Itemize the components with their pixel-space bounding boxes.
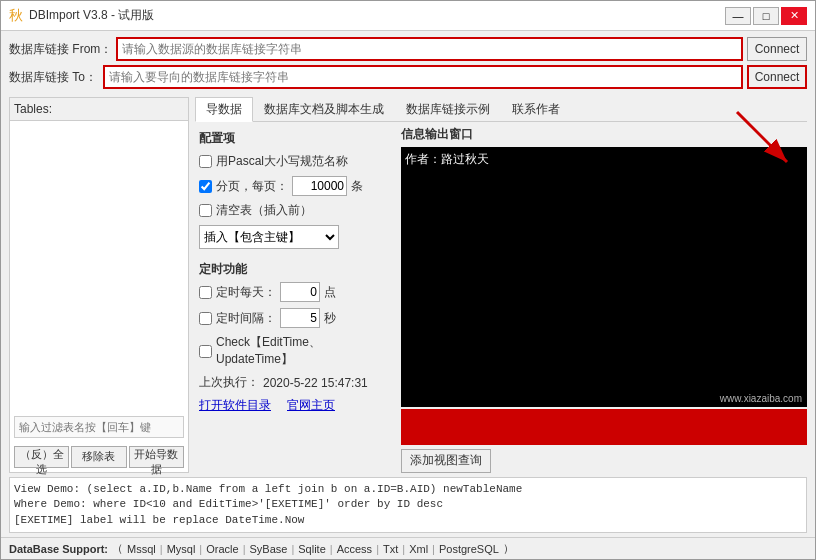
status-sep-5: |: [291, 543, 294, 555]
db-from-label: 数据库链接 From：: [9, 41, 112, 58]
paginate-input[interactable]: [292, 176, 347, 196]
tab-example[interactable]: 数据库链接示例: [395, 97, 501, 121]
table-actions: （反）全选 移除表 开始导数据: [10, 442, 188, 472]
sql-demo-box: View Demo: (select a.ID,b.Name from a le…: [9, 477, 807, 533]
svg-line-1: [737, 112, 787, 162]
connect-from-button[interactable]: Connect: [747, 37, 807, 61]
config-panel: 配置项 用Pascal大小写规范名称 分页，每页： 条: [195, 126, 395, 473]
last-exec-row: 上次执行： 2020-5-22 15:47:31: [199, 374, 391, 391]
db-from-row: 数据库链接 From： Connect: [9, 37, 807, 61]
maximize-button[interactable]: □: [753, 7, 779, 25]
bottom-section: View Demo: (select a.ID,b.Name from a le…: [9, 477, 807, 533]
clear-checkbox[interactable]: [199, 204, 212, 217]
status-access: Access: [337, 543, 372, 555]
sql-line-2: Where Demo: where ID<10 and EditTime>'[E…: [14, 497, 802, 512]
last-exec-label: 上次执行：: [199, 374, 259, 391]
db-from-input[interactable]: [116, 37, 743, 61]
app-icon: 秋: [9, 7, 23, 25]
main-panel: Tables: （反）全选 移除表 开始导数据 导数据 数据库文档及脚本生成 数…: [9, 97, 807, 473]
interval-row: 定时间隔： 秒: [199, 308, 391, 328]
tab-doc[interactable]: 数据库文档及脚本生成: [253, 97, 395, 121]
status-sybase: SyBase: [249, 543, 287, 555]
status-txt: Txt: [383, 543, 398, 555]
open-dir-link[interactable]: 打开软件目录: [199, 397, 271, 414]
sql-line-3: [EXETIME] label will be replace DateTime…: [14, 513, 802, 528]
status-sep-4: |: [243, 543, 246, 555]
status-sep-10: ）: [503, 541, 514, 556]
config-title: 配置项: [199, 130, 391, 147]
paginate-unit: 条: [351, 178, 363, 195]
output-console: 作者：路过秋天 www.xiazaiba.com: [401, 147, 807, 407]
daily-row: 定时每天： 点: [199, 282, 391, 302]
status-sep-9: |: [432, 543, 435, 555]
select-all-button[interactable]: （反）全选: [14, 446, 69, 468]
red-arrow-icon: [732, 107, 812, 167]
check-edittime-checkbox[interactable]: [199, 345, 212, 358]
pascal-label: 用Pascal大小写规范名称: [216, 153, 348, 170]
interval-label: 定时间隔：: [216, 310, 276, 327]
close-button[interactable]: ✕: [781, 7, 807, 25]
tables-header: Tables:: [10, 98, 188, 121]
sql-line-1: View Demo: (select a.ID,b.Name from a le…: [14, 482, 802, 497]
interval-checkbox[interactable]: [199, 312, 212, 325]
tables-list[interactable]: [10, 121, 188, 412]
status-sep-7: |: [376, 543, 379, 555]
connect-to-button[interactable]: Connect: [747, 65, 807, 89]
clear-row: 清空表（插入前）: [199, 202, 391, 219]
tab-contact[interactable]: 联系作者: [501, 97, 571, 121]
status-xml: Xml: [409, 543, 428, 555]
status-sep-6: |: [330, 543, 333, 555]
daily-checkbox[interactable]: [199, 286, 212, 299]
content-area: 数据库链接 From： Connect 数据库链接 To： Connect Ta…: [1, 31, 815, 537]
status-mysql: Mysql: [167, 543, 196, 555]
output-red-bar: [401, 409, 807, 445]
db-to-input[interactable]: [103, 65, 743, 89]
status-sqlite: Sqlite: [298, 543, 326, 555]
right-panel: 导数据 数据库文档及脚本生成 数据库链接示例 联系作者 配置项 用Pascal大…: [195, 97, 807, 473]
daily-label: 定时每天：: [216, 284, 276, 301]
minimize-button[interactable]: —: [725, 7, 751, 25]
output-text: 作者：路过秋天: [405, 152, 489, 166]
left-panel: Tables: （反）全选 移除表 开始导数据: [9, 97, 189, 473]
insert-select[interactable]: 插入【包含主键】 插入【不含主键】 更新或插入: [199, 225, 339, 249]
tab-import[interactable]: 导数据: [195, 97, 253, 122]
interval-input[interactable]: [280, 308, 320, 328]
status-sep-2: |: [160, 543, 163, 555]
status-postgresql: PostgreSQL: [439, 543, 499, 555]
check-edittime-row: Check【EditTime、UpdateTime】: [199, 334, 391, 368]
status-label: DataBase Support:: [9, 543, 108, 555]
status-mssql: Mssql: [127, 543, 156, 555]
import-button[interactable]: 开始导数据: [129, 446, 184, 468]
paginate-row: 分页，每页： 条: [199, 176, 391, 196]
title-bar: 秋 DBImport V3.8 - 试用版 — □ ✕: [1, 1, 815, 31]
status-sep-8: |: [402, 543, 405, 555]
db-to-label: 数据库链接 To：: [9, 69, 99, 86]
paginate-checkbox[interactable]: [199, 180, 212, 193]
main-window: 秋 DBImport V3.8 - 试用版 — □ ✕ 数据库链接 From： …: [0, 0, 816, 560]
check-edittime-label: Check【EditTime、UpdateTime】: [216, 334, 391, 368]
output-panel: 信息输出窗口 作者：路过秋天: [401, 126, 807, 473]
interval-unit: 秒: [324, 310, 336, 327]
add-view-button[interactable]: 添加视图查询: [401, 449, 491, 473]
status-oracle: Oracle: [206, 543, 238, 555]
status-sep-3: |: [199, 543, 202, 555]
daily-unit: 点: [324, 284, 336, 301]
clear-label: 清空表（插入前）: [216, 202, 312, 219]
tabs-row: 导数据 数据库文档及脚本生成 数据库链接示例 联系作者: [195, 97, 807, 122]
official-link[interactable]: 官网主页: [287, 397, 335, 414]
paginate-label: 分页，每页：: [216, 178, 288, 195]
pascal-checkbox[interactable]: [199, 155, 212, 168]
db-to-row: 数据库链接 To： Connect: [9, 65, 807, 89]
schedule-title: 定时功能: [199, 261, 391, 278]
filter-input[interactable]: [14, 416, 184, 438]
daily-input[interactable]: [280, 282, 320, 302]
remove-table-button[interactable]: 移除表: [71, 446, 126, 468]
tab-content: 配置项 用Pascal大小写规范名称 分页，每页： 条: [195, 122, 807, 473]
title-controls: — □ ✕: [725, 7, 807, 25]
watermark-text: www.xiazaiba.com: [717, 392, 805, 405]
pascal-row: 用Pascal大小写规范名称: [199, 153, 391, 170]
status-bar: DataBase Support: （ Mssql | Mysql | Orac…: [1, 537, 815, 559]
last-exec-value: 2020-5-22 15:47:31: [263, 376, 368, 390]
window-title: DBImport V3.8 - 试用版: [29, 7, 154, 24]
status-sep-1: （: [112, 541, 123, 556]
